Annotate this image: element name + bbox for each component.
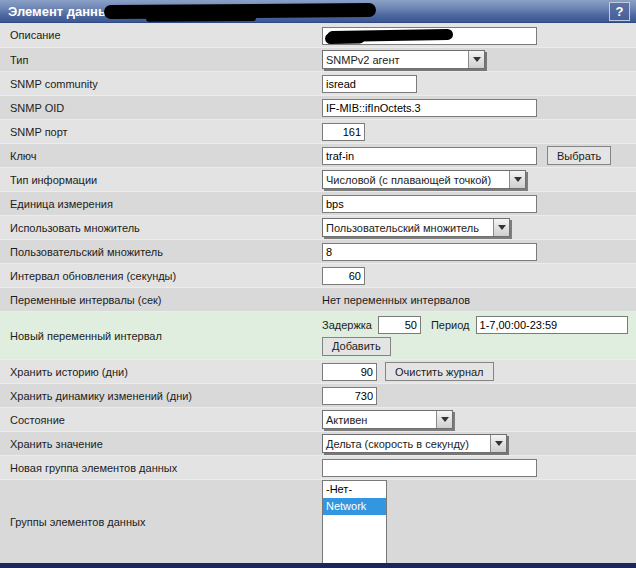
info-type-label: Тип информации — [0, 174, 322, 186]
chevron-down-icon — [509, 171, 525, 188]
form-rows: Описание Тип SNMPv2 агент SNMP community — [0, 23, 636, 563]
item-config-window: Элемент данных ' ? Описание Тип SNMPv2 а… — [0, 0, 636, 568]
list-item[interactable]: -Нет- — [323, 481, 386, 498]
row-snmp-port: SNMP порт — [0, 119, 636, 143]
new-app-group-input[interactable] — [322, 459, 537, 477]
row-description: Описание — [0, 23, 636, 47]
row-units: Единица измерения — [0, 191, 636, 215]
row-store-value: Хранить значение Дельта (скорость в секу… — [0, 431, 636, 455]
app-groups-listbox[interactable]: -Нет- Network — [322, 480, 387, 564]
keep-history-label: Хранить историю (дни) — [0, 366, 322, 378]
units-input[interactable] — [322, 195, 537, 213]
flex-intervals-label: Переменные интервалы (сек) — [0, 294, 322, 306]
row-info-type: Тип информации Числовой (с плавающей точ… — [0, 167, 636, 191]
chevron-down-icon — [493, 219, 509, 236]
key-label: Ключ — [0, 150, 322, 162]
chevron-down-icon — [490, 435, 506, 452]
row-new-flex-interval: Новый переменный интервал Задержка Перио… — [0, 311, 636, 359]
title-redaction — [104, 3, 376, 19]
row-use-multiplier: Использовать множитель Пользовательский … — [0, 215, 636, 239]
snmp-oid-label: SNMP OID — [0, 102, 322, 114]
snmp-oid-input[interactable] — [322, 99, 537, 117]
row-custom-multiplier: Пользовательский множитель — [0, 239, 636, 263]
row-snmp-community: SNMP community — [0, 71, 636, 95]
select-key-button[interactable]: Выбрать — [547, 146, 611, 165]
delay-label: Задержка — [322, 319, 372, 331]
flex-intervals-value: Нет переменных интервалов — [322, 294, 470, 306]
row-new-app-group: Новая группа элементов данных — [0, 455, 636, 479]
use-multiplier-select[interactable]: Пользовательский множитель — [322, 218, 510, 237]
row-keep-trends: Хранить динамику изменений (дни) — [0, 383, 636, 407]
chevron-down-icon — [436, 411, 452, 428]
clear-history-button[interactable]: Очистить журнал — [385, 362, 494, 381]
add-interval-button[interactable]: Добавить — [322, 337, 391, 356]
status-label: Состояние — [0, 414, 322, 426]
chevron-down-icon — [468, 51, 484, 68]
help-button[interactable]: ? — [609, 2, 630, 21]
status-select[interactable]: Активен — [322, 410, 453, 429]
period-input[interactable] — [476, 316, 628, 334]
custom-multiplier-label: Пользовательский множитель — [0, 246, 322, 258]
list-item[interactable]: Network — [323, 498, 386, 515]
update-interval-label: Интервал обновления (секунды) — [0, 270, 322, 282]
row-key: Ключ Выбрать — [0, 143, 636, 167]
snmp-community-label: SNMP community — [0, 78, 322, 90]
row-keep-history: Хранить историю (дни) Очистить журнал — [0, 359, 636, 383]
keep-trends-input[interactable] — [322, 387, 377, 405]
snmp-port-input[interactable] — [322, 123, 365, 141]
custom-multiplier-input[interactable] — [322, 243, 537, 261]
type-label: Тип — [0, 54, 322, 66]
new-app-group-label: Новая группа элементов данных — [0, 462, 322, 474]
use-multiplier-label: Использовать множитель — [0, 222, 322, 234]
snmp-community-input[interactable] — [322, 75, 417, 93]
keep-history-input[interactable] — [322, 363, 377, 381]
row-status: Состояние Активен — [0, 407, 636, 431]
row-snmp-oid: SNMP OID — [0, 95, 636, 119]
key-input[interactable] — [322, 147, 537, 165]
keep-trends-label: Хранить динамику изменений (дни) — [0, 390, 322, 402]
delay-input[interactable] — [378, 316, 421, 334]
store-value-select[interactable]: Дельта (скорость в секунду) — [322, 434, 507, 453]
row-app-groups: Группы элементов данных -Нет- Network — [0, 479, 636, 563]
info-type-select[interactable]: Числовой (с плавающей точкой) — [322, 170, 526, 189]
description-redaction — [327, 28, 453, 41]
row-type: Тип SNMPv2 агент — [0, 47, 636, 71]
type-select[interactable]: SNMPv2 агент — [322, 50, 485, 69]
update-interval-input[interactable] — [322, 267, 365, 285]
store-value-label: Хранить значение — [0, 438, 322, 450]
period-label: Период — [431, 319, 470, 331]
new-flex-interval-label: Новый переменный интервал — [0, 312, 322, 359]
row-flex-intervals: Переменные интервалы (сек) Нет переменны… — [0, 287, 636, 311]
snmp-port-label: SNMP порт — [0, 126, 322, 138]
app-groups-label: Группы элементов данных — [0, 480, 322, 563]
description-label: Описание — [0, 29, 322, 41]
row-update-interval: Интервал обновления (секунды) — [0, 263, 636, 287]
title-bar: Элемент данных ' ? — [0, 0, 636, 23]
bottom-bar — [0, 563, 636, 568]
units-label: Единица измерения — [0, 198, 322, 210]
